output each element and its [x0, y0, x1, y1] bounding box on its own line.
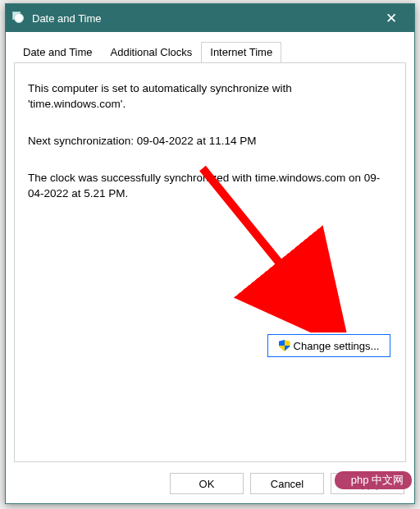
close-button[interactable]: ✕ — [373, 6, 409, 30]
titlebar: Date and Time ✕ — [6, 4, 414, 32]
tab-internet-time[interactable]: Internet Time — [201, 42, 281, 62]
date-time-icon — [12, 11, 25, 25]
watermark-badge: php 中文网 — [335, 471, 412, 489]
cancel-button[interactable]: Cancel — [250, 473, 324, 494]
uac-shield-icon — [279, 340, 290, 351]
tab-additional-clocks[interactable]: Additional Clocks — [102, 42, 202, 62]
close-icon: ✕ — [386, 10, 397, 27]
change-settings-button[interactable]: Change settings... — [267, 334, 390, 357]
sync-info-text: This computer is set to automatically sy… — [28, 81, 389, 112]
internet-time-content: This computer is set to automatically sy… — [15, 63, 405, 241]
tab-date-and-time[interactable]: Date and Time — [14, 42, 102, 62]
client-area: Date and Time Additional Clocks Internet… — [6, 32, 414, 503]
change-settings-label: Change settings... — [294, 340, 380, 352]
last-sync-text: The clock was successfully synchronized … — [28, 171, 389, 202]
next-sync-text: Next synchronization: 09-04-2022 at 11.1… — [28, 134, 389, 149]
ok-button[interactable]: OK — [170, 473, 244, 494]
date-time-dialog: Date and Time ✕ Date and Time Additional… — [5, 3, 415, 504]
window-title: Date and Time — [32, 12, 102, 25]
tab-panel-internet-time: This computer is set to automatically sy… — [14, 62, 406, 462]
tab-strip: Date and Time Additional Clocks Internet… — [14, 42, 281, 62]
